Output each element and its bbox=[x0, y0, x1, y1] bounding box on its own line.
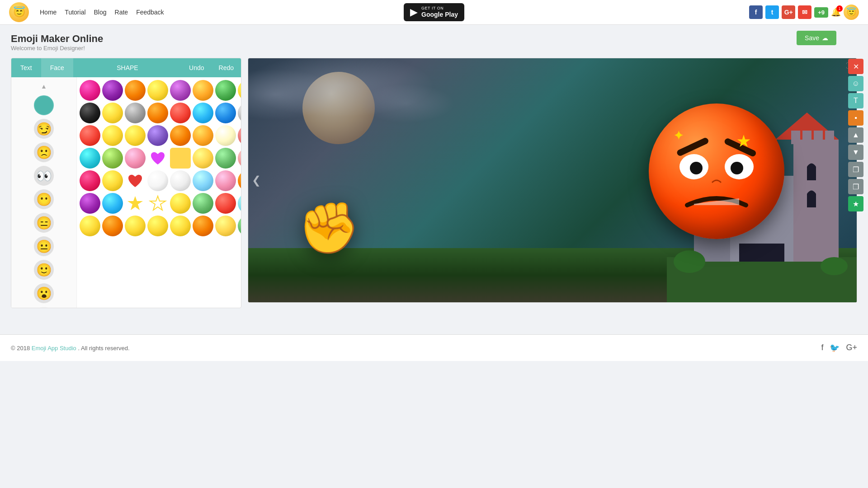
footer-facebook-icon[interactable]: f bbox=[821, 343, 823, 353]
redo-button[interactable]: Redo bbox=[212, 58, 241, 77]
emoji-item[interactable] bbox=[80, 80, 100, 101]
emoji-item[interactable] bbox=[102, 170, 123, 191]
notification-button[interactable]: 🔔 1 bbox=[831, 7, 841, 17]
sticker-tool-button[interactable]: ★ bbox=[848, 196, 863, 211]
google-play-button[interactable]: ▶ GET IT ON Google Play bbox=[404, 3, 464, 21]
emoji-item[interactable] bbox=[170, 148, 191, 169]
emoji-item[interactable] bbox=[238, 80, 241, 101]
footer-twitter-icon[interactable]: 🐦 bbox=[830, 343, 840, 353]
emoji-item[interactable] bbox=[170, 193, 191, 214]
face-option-7[interactable]: 🙂 bbox=[33, 260, 55, 280]
nav-tutorial[interactable]: Tutorial bbox=[65, 9, 85, 16]
face-option-9[interactable]: 👶 bbox=[33, 307, 55, 308]
emoji-item[interactable] bbox=[215, 80, 236, 101]
face-option-4[interactable]: 😶 bbox=[33, 189, 55, 209]
emoji-item[interactable] bbox=[102, 193, 123, 214]
emoji-item[interactable] bbox=[147, 216, 168, 236]
face-option-3[interactable]: 👀 bbox=[33, 166, 55, 186]
emoji-item[interactable] bbox=[238, 170, 241, 191]
face-option-5[interactable]: 😑 bbox=[33, 213, 55, 233]
face-option-8[interactable]: 😮 bbox=[33, 283, 55, 303]
tab-shape[interactable]: SHAPE bbox=[108, 58, 147, 77]
nav-feedback[interactable]: Feedback bbox=[136, 9, 164, 16]
emoji-item[interactable] bbox=[102, 80, 123, 101]
copy-button[interactable]: ❐ bbox=[848, 162, 863, 177]
user-avatar[interactable]: 😇 bbox=[844, 5, 859, 20]
emoji-item[interactable] bbox=[147, 148, 168, 169]
emoji-item[interactable] bbox=[125, 170, 146, 191]
gplus-button[interactable]: G+ bbox=[782, 5, 795, 19]
emoji-item[interactable] bbox=[147, 193, 168, 214]
emoji-item[interactable] bbox=[170, 125, 191, 146]
emoji-item[interactable] bbox=[238, 216, 241, 236]
twitter-button[interactable]: t bbox=[765, 5, 779, 19]
tab-face[interactable]: Face bbox=[41, 58, 73, 77]
emoji-item[interactable] bbox=[102, 148, 123, 169]
face-option-selected[interactable] bbox=[33, 95, 55, 115]
emoji-item[interactable] bbox=[193, 193, 213, 214]
emoji-item[interactable] bbox=[125, 125, 146, 146]
emoji-item[interactable] bbox=[80, 103, 100, 123]
emoji-item[interactable] bbox=[170, 216, 191, 236]
bg-tool-button[interactable]: ▪ bbox=[848, 110, 863, 126]
emoji-item[interactable] bbox=[215, 216, 236, 236]
footer-gplus-icon[interactable]: G+ bbox=[846, 343, 857, 353]
nav-blog[interactable]: Blog bbox=[94, 9, 107, 16]
emoji-item[interactable] bbox=[170, 170, 191, 191]
emoji-item[interactable] bbox=[147, 125, 168, 146]
emoji-item[interactable] bbox=[193, 148, 213, 169]
save-button[interactable]: Save ☁ bbox=[797, 31, 836, 45]
emoji-item[interactable] bbox=[125, 103, 146, 123]
emoji-item[interactable] bbox=[125, 80, 146, 101]
layer-down-button[interactable]: ▼ bbox=[848, 145, 863, 160]
mail-button[interactable]: ✉ bbox=[798, 5, 811, 19]
plus9-button[interactable]: +9 bbox=[814, 7, 828, 18]
emoji-item[interactable] bbox=[147, 80, 168, 101]
layer-up-button[interactable]: ▲ bbox=[848, 127, 863, 143]
emoji-item[interactable] bbox=[102, 125, 123, 146]
emoji-item[interactable] bbox=[193, 170, 213, 191]
emoji-item[interactable] bbox=[80, 170, 100, 191]
emoji-item[interactable] bbox=[147, 103, 168, 123]
face-option-2[interactable]: 🙁 bbox=[33, 142, 55, 162]
nav-home[interactable]: Home bbox=[40, 9, 57, 16]
facebook-button[interactable]: f bbox=[749, 5, 763, 19]
nav-rate[interactable]: Rate bbox=[115, 9, 128, 16]
emoji-item[interactable] bbox=[215, 148, 236, 169]
emoji-item[interactable] bbox=[80, 216, 100, 236]
emoji-item[interactable] bbox=[193, 80, 213, 101]
emoji-item[interactable] bbox=[125, 216, 146, 236]
emoji-item[interactable] bbox=[170, 103, 191, 123]
emoji-item[interactable] bbox=[215, 125, 236, 146]
logo[interactable]: 😇 bbox=[9, 2, 31, 22]
emoji-item[interactable] bbox=[215, 170, 236, 191]
paste-button[interactable]: ❒ bbox=[848, 179, 863, 194]
emoji-item[interactable] bbox=[102, 103, 123, 123]
emoji-item[interactable] bbox=[215, 103, 236, 123]
face-option-1[interactable]: 😏 bbox=[33, 119, 55, 139]
face-option-6[interactable]: 😐 bbox=[33, 236, 55, 256]
emoji-item[interactable] bbox=[193, 216, 213, 236]
emoji-tool-button[interactable]: ☺ bbox=[848, 76, 863, 91]
text-tool-button[interactable]: T bbox=[848, 93, 863, 108]
emoji-item[interactable] bbox=[80, 193, 100, 214]
emoji-item[interactable] bbox=[102, 216, 123, 236]
emoji-item[interactable] bbox=[238, 193, 241, 214]
emoji-item[interactable] bbox=[238, 148, 241, 169]
emoji-item[interactable] bbox=[238, 103, 241, 123]
footer-studio-link[interactable]: Emoji App Studio bbox=[32, 345, 76, 352]
emoji-item[interactable] bbox=[193, 103, 213, 123]
emoji-item[interactable] bbox=[80, 125, 100, 146]
emoji-item[interactable] bbox=[80, 148, 100, 169]
undo-button[interactable]: Undo bbox=[182, 58, 211, 77]
emoji-item[interactable] bbox=[147, 170, 168, 191]
tab-text[interactable]: Text bbox=[11, 58, 41, 77]
delete-tool-button[interactable]: ✕ bbox=[848, 59, 863, 74]
emoji-item[interactable] bbox=[125, 193, 146, 214]
emoji-item[interactable] bbox=[238, 125, 241, 146]
scroll-up-arrow[interactable]: ▲ bbox=[39, 81, 49, 92]
emoji-item[interactable] bbox=[170, 80, 191, 101]
emoji-item[interactable] bbox=[125, 148, 146, 169]
emoji-item[interactable] bbox=[193, 125, 213, 146]
emoji-item[interactable] bbox=[215, 193, 236, 214]
